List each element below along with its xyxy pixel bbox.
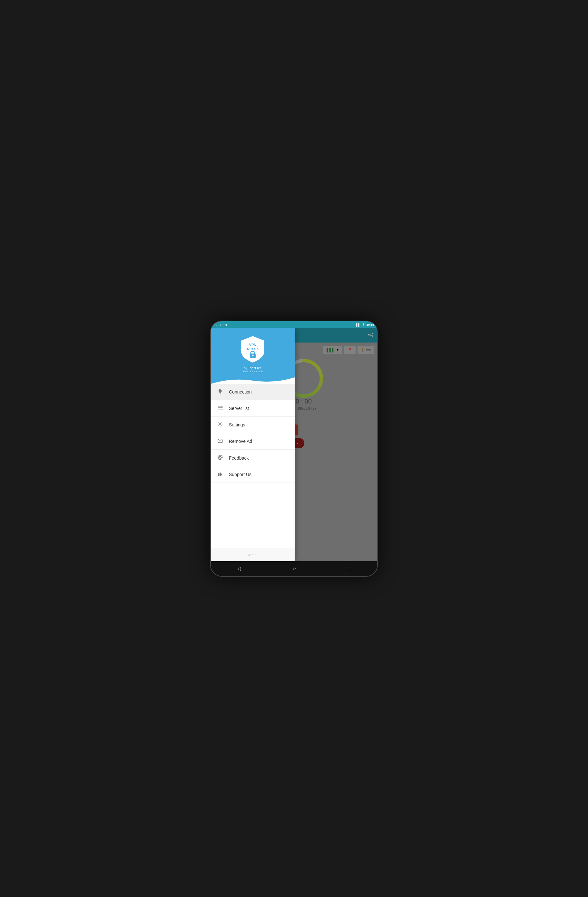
feedback-label: Feedback <box>229 455 249 461</box>
settings-icon <box>216 421 225 429</box>
sidebar-item-feedback[interactable]: Feedback <box>211 450 295 466</box>
support-label: Support Us <box>229 472 252 477</box>
status-right: ▌▌ 🔋 10:18 <box>356 323 374 326</box>
nav-drawer: VPN Russia by Tap2Free VPN SERVICE <box>211 328 295 561</box>
drawer-header: VPN Russia by Tap2Free VPN SERVICE <box>211 328 295 384</box>
svg-point-10 <box>252 355 254 356</box>
shield-container: VPN Russia <box>240 335 266 364</box>
remove-ad-label: Remove Ad <box>229 439 252 444</box>
sidebar-item-support-us[interactable]: Support Us <box>211 466 295 483</box>
signal-bars: ▌▌ <box>356 323 360 326</box>
svg-text:Russia: Russia <box>247 347 259 351</box>
status-bar: ↑↓ ↑↓ ▪ N ▌▌ 🔋 10:18 <box>211 321 377 328</box>
vpn-service: VPN SERVICE <box>243 370 263 373</box>
svg-point-24 <box>219 456 221 458</box>
version-text: ver.1.01 <box>247 554 258 557</box>
sidebar-item-remove-ad[interactable]: Remove Ad <box>211 433 295 450</box>
sidebar-item-connection[interactable]: Connection <box>211 384 295 400</box>
sidebar-item-server-list[interactable]: Server list <box>211 400 295 417</box>
device-frame: ↑↓ ↑↓ ▪ N ▌▌ 🔋 10:18 ECTION <box>210 321 378 577</box>
remove-ad-icon <box>216 438 225 445</box>
shield-svg: VPN Russia <box>240 335 266 364</box>
svg-rect-13 <box>220 392 220 393</box>
connection-label: Connection <box>229 389 252 395</box>
wave-svg <box>211 377 295 384</box>
svg-point-17 <box>222 406 223 407</box>
sim-icon: ▪ <box>223 323 223 326</box>
svg-rect-11 <box>219 389 220 390</box>
feedback-icon <box>216 455 225 462</box>
screen: ↑↓ ↑↓ ▪ N ▌▌ 🔋 10:18 ECTION <box>211 321 377 576</box>
arrow-up-down-icon: ↑↓ <box>214 323 217 326</box>
support-icon <box>216 471 225 478</box>
svg-point-18 <box>222 407 223 408</box>
svg-point-19 <box>222 409 223 410</box>
n-icon: N <box>225 323 227 326</box>
connection-icon <box>216 388 225 395</box>
sidebar-item-settings[interactable]: Settings <box>211 417 295 433</box>
svg-rect-12 <box>220 389 221 390</box>
drawer-footer: ver.1.01 <box>211 548 295 561</box>
settings-label: Settings <box>229 422 245 427</box>
svg-point-20 <box>220 423 221 425</box>
arrow-up-down-icon-2: ↑↓ <box>218 323 221 326</box>
svg-text:VPN: VPN <box>249 343 257 347</box>
by-line: by Tap2Free <box>244 366 261 370</box>
battery-icon: 🔋 <box>362 323 365 326</box>
status-left: ↑↓ ↑↓ ▪ N <box>214 323 227 326</box>
server-list-icon <box>216 405 225 412</box>
time-display: 10:18 <box>367 323 374 326</box>
server-list-label: Server list <box>229 406 249 411</box>
drawer-menu: Connection Server list <box>211 384 295 548</box>
